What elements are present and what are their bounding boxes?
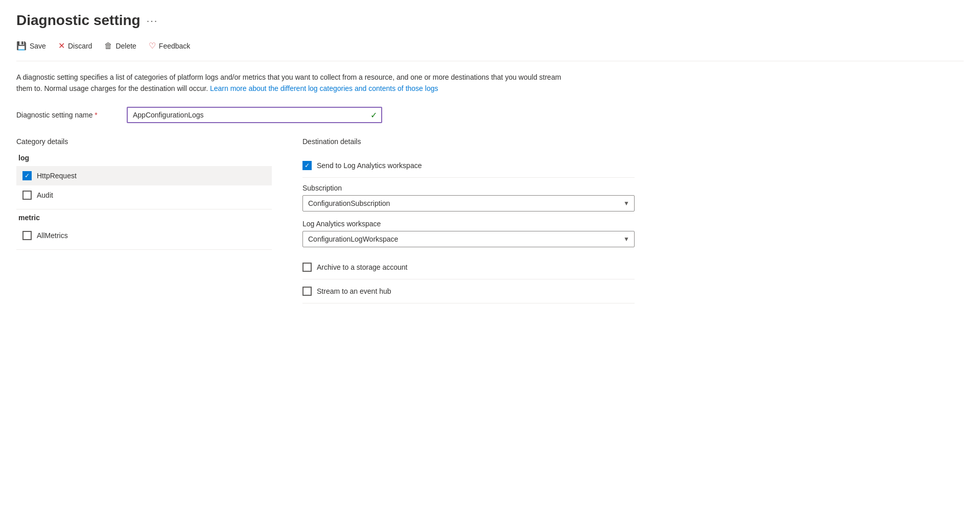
setting-name-row: Diagnostic setting name * ✓ [16, 107, 964, 123]
stream-row: Stream to an event hub [302, 279, 635, 303]
page-title-section: Diagnostic setting ··· [16, 12, 964, 29]
discard-button[interactable]: ✕ Discard [58, 39, 92, 53]
audit-label: Audit [37, 191, 53, 199]
destination-details-section: Destination details Send to Log Analytic… [302, 137, 635, 303]
log-group: log HttpRequest Audit [16, 154, 272, 205]
metric-group: metric AllMetrics [16, 214, 272, 245]
description-text: A diagnostic setting specifies a list of… [16, 72, 578, 95]
send-to-analytics-label: Send to Log Analytics workspace [317, 161, 422, 170]
save-icon: 💾 [16, 41, 27, 51]
archive-label: Archive to a storage account [317, 263, 407, 271]
stream-label: Stream to an event hub [317, 287, 391, 295]
category-item-audit: Audit [16, 185, 272, 205]
workspace-dropdown[interactable]: ConfigurationLogWorkspace [302, 231, 635, 247]
checkbox-send-to-analytics[interactable] [302, 161, 312, 170]
allmetrics-label: AllMetrics [37, 231, 68, 240]
workspace-label: Log Analytics workspace [302, 220, 635, 228]
subscription-label: Subscription [302, 184, 635, 192]
subscription-dropdown[interactable]: ConfigurationSubscription [302, 195, 635, 212]
checkbox-httprequest[interactable] [22, 171, 32, 180]
checkbox-stream[interactable] [302, 287, 312, 296]
httprequest-label: HttpRequest [37, 172, 77, 180]
checkbox-audit[interactable] [22, 191, 32, 200]
category-details-section: Category details log HttpRequest Audit m… [16, 137, 272, 303]
category-item-httprequest: HttpRequest [16, 166, 272, 185]
delete-label: Delete [115, 42, 136, 50]
log-metric-divider [16, 209, 272, 209]
feedback-icon: ♡ [149, 41, 156, 51]
archive-row: Archive to a storage account [302, 255, 635, 279]
page-title: Diagnostic setting [16, 12, 141, 29]
log-group-label: log [16, 154, 272, 162]
valid-check-icon: ✓ [370, 110, 377, 120]
setting-name-input-wrapper: ✓ [127, 107, 382, 123]
metric-group-label: metric [16, 214, 272, 222]
destination-details-title: Destination details [302, 137, 635, 146]
workspace-dropdown-wrapper: ConfigurationLogWorkspace ▼ [302, 231, 635, 247]
category-details-title: Category details [16, 137, 272, 146]
required-indicator: * [95, 111, 97, 119]
toolbar: 💾 Save ✕ Discard 🗑 Delete ♡ Feedback [16, 39, 964, 61]
subscription-dropdown-wrapper: ConfigurationSubscription ▼ [302, 195, 635, 212]
delete-button[interactable]: 🗑 Delete [104, 39, 136, 53]
bottom-divider [16, 249, 272, 250]
checkbox-archive[interactable] [302, 263, 312, 272]
setting-name-label: Diagnostic setting name * [16, 111, 119, 119]
discard-icon: ✕ [58, 41, 65, 51]
feedback-label: Feedback [159, 42, 190, 50]
setting-name-input[interactable] [127, 107, 382, 123]
ellipsis-menu-button[interactable]: ··· [147, 15, 158, 27]
learn-more-link[interactable]: Learn more about the different log categ… [210, 84, 438, 92]
discard-label: Discard [68, 42, 92, 50]
send-to-analytics-row: Send to Log Analytics workspace [302, 154, 635, 178]
delete-icon: 🗑 [104, 41, 112, 51]
checkbox-allmetrics[interactable] [22, 231, 32, 240]
subscription-workspace-section: Subscription ConfigurationSubscription ▼… [302, 178, 635, 247]
category-item-allmetrics: AllMetrics [16, 226, 272, 245]
main-content: Category details log HttpRequest Audit m… [16, 137, 964, 303]
save-label: Save [30, 42, 46, 50]
feedback-button[interactable]: ♡ Feedback [149, 39, 190, 53]
save-button[interactable]: 💾 Save [16, 39, 46, 53]
